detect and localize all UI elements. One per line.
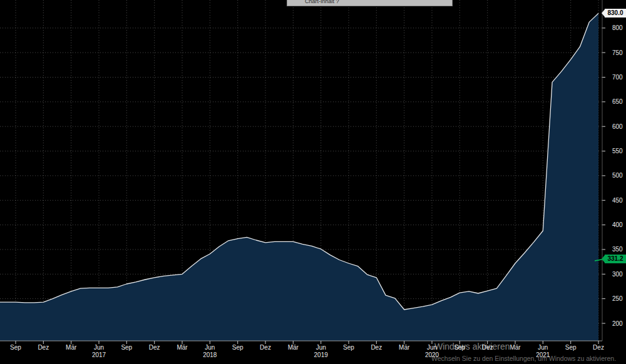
y-axis-label: 200 [612, 320, 623, 327]
last-price-tag: 830.0 [605, 9, 626, 18]
x-axis-year-label: 2017 [92, 351, 106, 358]
y-axis-label: 550 [612, 148, 623, 154]
chart-canvas[interactable]: 800750700650600550500450400350300250200S… [0, 0, 626, 364]
x-axis-label: Dez [149, 344, 160, 351]
ma-price-label: 331.2 [607, 255, 623, 262]
y-axis-label: 750 [612, 49, 623, 56]
x-axis-label: Dez [38, 344, 49, 351]
tooltip-label: Chart-Inhalt ? [305, 0, 452, 4]
x-axis-label: Sep [232, 344, 244, 351]
x-axis-label: Sep [121, 344, 132, 351]
x-axis-label: Mär [510, 344, 521, 351]
y-axis-label: 700 [612, 74, 623, 81]
last-price-tag-arrow [602, 9, 605, 17]
x-axis-label: Sep [565, 344, 577, 351]
x-axis-label: Dez [371, 344, 382, 351]
x-axis-label: Jun [316, 344, 326, 351]
x-axis-label: Dez [260, 344, 271, 351]
y-axis-label: 350 [612, 246, 623, 253]
windows-watermark-subtitle: Wechseln Sie zu den Einstellungen, um Wi… [431, 355, 616, 362]
x-axis-year-label: 2018 [203, 351, 217, 358]
y-axis-label: 800 [612, 24, 623, 31]
x-axis-label: Jun [205, 344, 215, 351]
x-axis-year-label: 2019 [314, 351, 329, 358]
x-axis-label: Mär [177, 344, 188, 351]
y-axis-label: 650 [612, 98, 623, 105]
y-axis-label: 400 [612, 221, 623, 228]
ma-price-tag: 331.2 [605, 255, 626, 263]
x-axis-label: Jun [94, 344, 104, 351]
x-axis-label: Mär [399, 344, 410, 351]
x-axis-label: Sep [343, 344, 354, 351]
y-axis-label: 600 [612, 123, 623, 130]
ma-price-tag-arrow [602, 255, 605, 263]
y-axis-label: 250 [612, 295, 623, 302]
last-price-label: 830.0 [607, 9, 623, 16]
price-area[interactable] [0, 13, 598, 341]
x-axis-label: Sep [10, 344, 21, 351]
x-axis-label: Mär [66, 344, 77, 351]
x-axis-label: Mär [288, 344, 299, 351]
y-axis-label: 450 [612, 197, 623, 204]
tooltip: Chart-Inhalt ? [287, 0, 453, 6]
x-axis-label: Dez [593, 344, 604, 351]
x-axis-label: Jun [538, 344, 548, 351]
y-axis-label: 500 [612, 172, 623, 179]
y-axis-label: 300 [612, 271, 623, 278]
windows-watermark-title: Windows aktivieren [434, 341, 510, 351]
